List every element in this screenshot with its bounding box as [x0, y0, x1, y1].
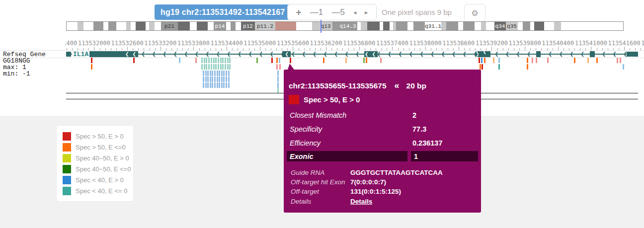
guide-tick[interactable]	[207, 71, 209, 76]
guide-tick[interactable]	[498, 58, 500, 63]
guide-tick[interactable]	[493, 58, 494, 63]
guide-tick[interactable]	[225, 64, 226, 70]
guide-tick[interactable]	[214, 82, 216, 88]
guide-tick[interactable]	[203, 76, 204, 82]
guide-tick[interactable]	[222, 64, 224, 70]
guide-tick[interactable]	[277, 71, 279, 76]
guide-tick[interactable]	[213, 64, 215, 70]
guide-tick[interactable]	[226, 76, 227, 82]
guide-tick[interactable]	[277, 76, 279, 82]
guide-tick[interactable]	[201, 58, 203, 63]
guide-tick[interactable]	[223, 71, 225, 76]
guide-tick[interactable]	[226, 71, 227, 76]
guide-tick[interactable]	[225, 58, 226, 63]
guide-tick[interactable]	[205, 82, 207, 88]
gear-button[interactable]: ⚙	[464, 4, 485, 22]
guide-tick[interactable]	[207, 82, 209, 88]
guide-tick[interactable]	[212, 82, 213, 88]
guide-tick[interactable]	[276, 64, 278, 70]
guide-tick[interactable]	[277, 82, 279, 88]
guide-tick[interactable]	[219, 82, 220, 88]
guide-tick[interactable]	[205, 76, 207, 82]
guide-tick[interactable]	[574, 58, 575, 63]
guide-tick[interactable]	[482, 64, 483, 70]
guide-tick[interactable]	[214, 76, 216, 82]
guide-tick[interactable]	[527, 58, 528, 63]
guide-tick[interactable]	[527, 64, 528, 70]
guide-tick[interactable]	[498, 64, 500, 70]
guide-tick[interactable]	[133, 58, 135, 63]
guide-tick[interactable]	[212, 71, 213, 76]
guide-tick[interactable]	[213, 58, 215, 63]
guide-tick[interactable]	[215, 58, 217, 63]
guide-tick[interactable]	[279, 64, 281, 70]
guide-tick[interactable]	[208, 58, 210, 63]
guide-tick[interactable]	[207, 76, 209, 82]
guide-tick[interactable]	[479, 58, 480, 63]
guide-tick[interactable]	[271, 58, 273, 63]
guide-tick[interactable]	[91, 64, 92, 70]
zoom-out-1-button[interactable]: —1	[310, 7, 323, 17]
guide-tick[interactable]	[203, 82, 204, 88]
guide-tick[interactable]	[206, 64, 207, 70]
guide-tick[interactable]	[484, 58, 485, 63]
guide-tick[interactable]	[219, 71, 220, 76]
pan-right-icon[interactable]: ▸	[365, 9, 368, 16]
guide-tick[interactable]	[276, 58, 278, 63]
guide-tick[interactable]	[211, 64, 212, 70]
guide-tick[interactable]	[345, 58, 347, 63]
guide-tick[interactable]	[220, 58, 222, 63]
guide-tick[interactable]	[228, 71, 230, 76]
guide-tick[interactable]	[204, 58, 205, 63]
guide-tick[interactable]	[220, 64, 222, 70]
location-button[interactable]: hg19 chr2:113531492-113542167	[155, 4, 291, 20]
guide-tick[interactable]	[217, 76, 218, 82]
guide-tick[interactable]	[221, 82, 223, 88]
chromosome-ideogram[interactable]: p21p14p12p11.2q13q14.3q31.1q34q35	[66, 21, 624, 31]
guide-tick[interactable]	[203, 71, 204, 76]
pan-left-icon[interactable]: ◂	[353, 9, 356, 16]
guide-tick[interactable]	[290, 58, 291, 63]
guide-tick[interactable]	[226, 82, 227, 88]
zoom-out-5-button[interactable]: —5	[332, 7, 345, 17]
guide-tick[interactable]	[227, 64, 229, 70]
guide-tick[interactable]	[208, 64, 210, 70]
guide-tick[interactable]	[323, 58, 324, 63]
guide-tick[interactable]	[210, 76, 211, 82]
guide-tick[interactable]	[222, 58, 224, 63]
guide-tick[interactable]	[210, 71, 211, 76]
guide-tick[interactable]	[221, 71, 223, 76]
guide-tick[interactable]	[179, 58, 180, 63]
guide-tick[interactable]	[481, 58, 483, 63]
guide-tick[interactable]	[587, 58, 589, 63]
guide-tick[interactable]	[217, 71, 218, 76]
details-link[interactable]: Details	[350, 197, 372, 207]
guide-tick[interactable]	[227, 58, 229, 63]
guide-tick[interactable]	[210, 82, 211, 88]
guide-tick[interactable]	[212, 76, 213, 82]
guide-tick[interactable]	[380, 58, 382, 63]
guide-tick[interactable]	[480, 64, 481, 70]
guide-tick[interactable]	[219, 76, 220, 82]
guide-tick[interactable]	[547, 58, 549, 63]
guide-tick[interactable]	[204, 64, 205, 70]
guide-tick[interactable]	[596, 58, 598, 63]
guide-tick[interactable]	[617, 58, 618, 63]
guide-tick[interactable]	[620, 58, 621, 63]
guide-tick[interactable]	[195, 58, 197, 63]
guide-tick[interactable]	[256, 58, 258, 63]
guide-tick[interactable]	[223, 82, 225, 88]
guide-tick[interactable]	[217, 82, 218, 88]
guide-tick[interactable]	[211, 58, 212, 63]
zoom-in-button[interactable]: +	[296, 7, 302, 18]
guide-tick[interactable]	[223, 76, 225, 82]
guide-tick[interactable]	[536, 58, 537, 63]
guide-tick[interactable]	[623, 64, 624, 70]
guide-tick[interactable]	[279, 58, 280, 63]
guide-tick[interactable]	[206, 58, 207, 63]
guide-tick[interactable]	[532, 58, 533, 63]
guide-tick[interactable]	[218, 64, 219, 70]
guide-tick[interactable]	[91, 58, 92, 63]
guide-tick[interactable]	[229, 64, 231, 70]
guide-tick[interactable]	[201, 64, 203, 70]
